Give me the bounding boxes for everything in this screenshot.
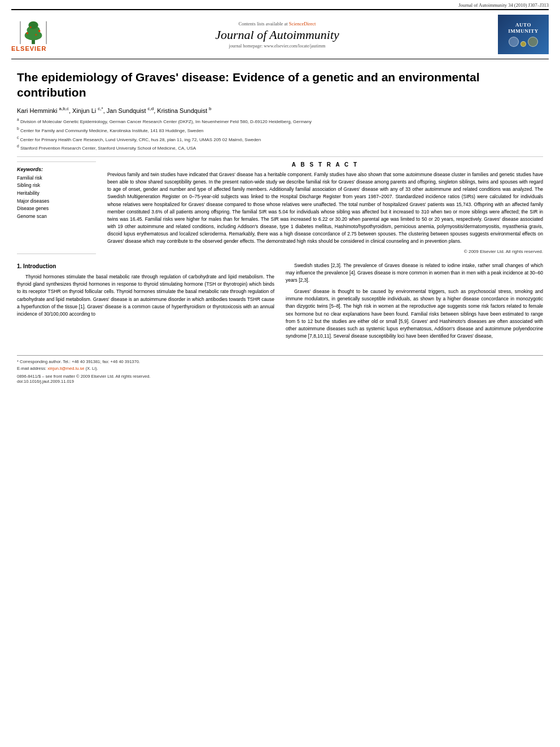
keywords-list: Familial risk Sibling risk Heritability … <box>17 174 96 221</box>
author-sundquist-j: Jan Sundquist <box>107 107 146 113</box>
body-section: 1. Introduction Thyroid hormones stimula… <box>17 262 543 344</box>
keywords-label: Keywords: <box>17 167 96 172</box>
email-suffix: (X. Li). <box>85 366 98 371</box>
affiliation-c: c Center for Primary Health Care Researc… <box>17 135 543 143</box>
journal-header: ELSEVIER Contents lists available at Sci… <box>0 10 560 59</box>
keyword-4: Major diseases <box>17 198 96 206</box>
affiliation-b: b Center for Family and Community Medici… <box>17 126 543 134</box>
main-content: The epidemiology of Graves' disease: Evi… <box>0 59 560 350</box>
citation-bar: Journal of Autoimmunity 34 (2010) J307–J… <box>0 0 560 9</box>
journal-title: Journal of Autoimmunity <box>56 28 498 42</box>
keyword-5: Disease genes <box>17 205 96 213</box>
circle-icon-2 <box>528 37 538 47</box>
intro-para-1: Thyroid hormones stimulate the basal met… <box>17 273 274 318</box>
badge-title: AUTO IMMUNITY <box>508 22 539 34</box>
svg-point-4 <box>27 32 29 34</box>
affiliations: a Division of Molecular Genetic Epidemio… <box>17 117 543 152</box>
authors: Kari Hemminki a,b,c, Xinjun Li c,*, Jan … <box>17 106 543 114</box>
autoimmunity-badge: AUTO IMMUNITY <box>498 15 549 54</box>
intro-para-2: Swedish studies [2,3]. The prevalence of… <box>286 262 543 285</box>
email-label: E-mail address: <box>17 366 46 371</box>
affiliation-d: d Stanford Prevention Research Center, S… <box>17 143 543 152</box>
keywords-column: Keywords: Familial risk Sibling risk Her… <box>17 161 96 254</box>
footer-email-line: E-mail address: xinjun.li@med.lu.se (X. … <box>17 366 543 371</box>
circle-icon <box>509 37 519 47</box>
elsevier-wordmark: ELSEVIER <box>11 45 46 52</box>
affiliation-a: a Division of Molecular Genetic Epidemio… <box>17 117 543 125</box>
copyright: © 2009 Elsevier Ltd. All rights reserved… <box>107 249 543 254</box>
body-col-right: Swedish studies [2,3]. The prevalence of… <box>286 262 543 344</box>
abstract-column: A B S T R A C T Previous family and twin… <box>107 161 543 254</box>
keyword-3: Heritability <box>17 190 96 198</box>
journal-homepage: journal homepage: www.elsevier.com/locat… <box>56 43 498 49</box>
keyword-1: Familial risk <box>17 174 96 182</box>
elsevier-logo: ELSEVIER <box>11 17 56 52</box>
footer: * Corresponding author. Tel.: +46 40 391… <box>0 356 560 388</box>
badge-decoration <box>509 37 538 47</box>
abstract-label: A B S T R A C T <box>107 161 543 168</box>
circle-small-icon <box>520 41 526 47</box>
section1-heading: 1. Introduction <box>17 262 274 271</box>
keyword-6: Genome scan <box>17 213 96 221</box>
intro-para-3: Graves' disease is thought to be caused … <box>286 288 543 340</box>
svg-point-3 <box>28 21 38 29</box>
author-hemminki: Kari Hemminki <box>17 107 58 113</box>
abstract-section: Keywords: Familial risk Sibling risk Her… <box>17 161 543 254</box>
rule-after-affiliations <box>17 156 543 157</box>
email-address: xinjun.li@med.lu.se <box>47 366 84 371</box>
sciencedirect-link[interactable]: ScienceDirect <box>289 21 316 27</box>
author-sundquist-k: Kristina Sundquist <box>157 107 207 113</box>
sciencedirect-line: Contents lists available at ScienceDirec… <box>56 21 498 27</box>
article-title: The epidemiology of Graves' disease: Evi… <box>17 69 543 101</box>
svg-point-5 <box>38 30 41 32</box>
body-col-left: 1. Introduction Thyroid hormones stimula… <box>17 262 274 344</box>
svg-point-6 <box>30 27 32 28</box>
keyword-2: Sibling risk <box>17 182 96 190</box>
journal-center: Contents lists available at ScienceDirec… <box>56 21 498 49</box>
elsevier-tree-icon <box>11 17 56 45</box>
author-li: Xinjun Li <box>72 107 96 113</box>
svg-point-7 <box>35 34 37 36</box>
citation-text: Journal of Autoimmunity 34 (2010) J307–J… <box>458 2 549 8</box>
footer-issn: 0896-8411/$ – see front matter © 2009 El… <box>17 374 543 384</box>
abstract-text: Previous family and twin studies have in… <box>107 171 543 246</box>
footer-corresponding: * Corresponding author. Tel.: +46 40 391… <box>17 359 543 364</box>
